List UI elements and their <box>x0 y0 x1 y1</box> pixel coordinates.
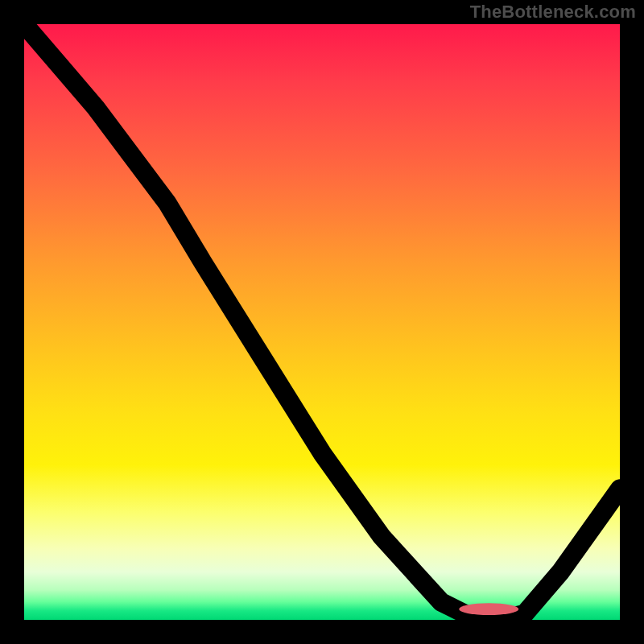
chart-frame: TheBottleneck.com <box>0 0 644 644</box>
watermark-text: TheBottleneck.com <box>470 2 636 23</box>
optimal-marker <box>24 24 620 620</box>
optimal-marker-rect <box>459 603 518 615</box>
plot-area <box>24 24 620 620</box>
